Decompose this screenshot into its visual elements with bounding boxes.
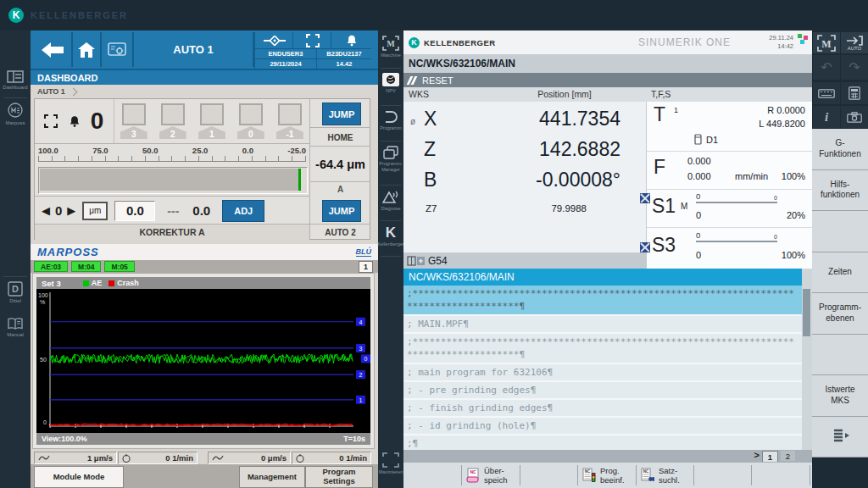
vertical-softkey[interactable]: G- Funktionen bbox=[812, 129, 868, 170]
program-editor: ;***************************************… bbox=[403, 286, 802, 450]
spindle-max: 0 bbox=[774, 234, 777, 240]
program-line[interactable]: ; MAIN.MPF¶ bbox=[403, 316, 802, 332]
vertical-softkey[interactable] bbox=[812, 211, 868, 252]
tool-edge: D1 bbox=[706, 135, 718, 145]
nav-item-maschine[interactable]: M Maschine bbox=[378, 36, 403, 58]
position-marker[interactable]: -1 bbox=[276, 103, 303, 139]
feed-label: F bbox=[654, 156, 665, 179]
sidebar-item-dashboard[interactable]: Dashboard bbox=[0, 66, 31, 95]
position-marker[interactable]: 3 bbox=[120, 103, 147, 139]
nav-item-kellenberger[interactable]: K Kellenberger bbox=[378, 225, 403, 247]
home-label: HOME bbox=[310, 127, 370, 147]
pager-page-2[interactable]: 2 bbox=[781, 451, 795, 461]
gauge-right-column: JUMP HOME -64.4 μm A JUMP AUTO 2 bbox=[309, 99, 370, 239]
step-increase-button[interactable]: ▶ bbox=[67, 205, 75, 216]
kellenberger-k-icon: K bbox=[386, 225, 396, 240]
nav-item-programm[interactable]: Programm bbox=[378, 110, 403, 131]
ueberspeichern-softkey[interactable]: NC Über- speich bbox=[466, 463, 507, 487]
svg-text:M: M bbox=[387, 39, 395, 48]
jump-home-button[interactable]: JUMP bbox=[322, 103, 361, 125]
position-marker[interactable]: 1 bbox=[198, 103, 225, 139]
softkey-label: Über- speich bbox=[484, 466, 507, 485]
marker-tag: 1 bbox=[198, 126, 225, 139]
spindle-disabled-icon bbox=[640, 242, 650, 252]
chart-page-tab[interactable]: 1 bbox=[359, 261, 373, 273]
satzsuchlauf-softkey[interactable]: NC Satz- suchl. bbox=[641, 463, 680, 487]
legend-crash-label: Crash bbox=[117, 279, 139, 287]
program-line[interactable]: ;***************************************… bbox=[403, 286, 802, 314]
prog-beeinflussung-softkey[interactable]: NC Prog. beeinf. bbox=[582, 463, 625, 487]
sidebar-item-manual[interactable]: Manual bbox=[0, 312, 31, 344]
jump-auto2-button[interactable]: JUMP bbox=[322, 200, 361, 222]
keyboard-button[interactable] bbox=[813, 82, 840, 104]
program-line[interactable]: ; main program for 632106¶ bbox=[403, 364, 802, 380]
tool-radius: R 0.0000 bbox=[767, 105, 805, 115]
undo-button[interactable]: ↶ bbox=[813, 55, 840, 80]
sidebar-item-dittel[interactable]: D Dittel bbox=[0, 279, 31, 308]
tool-label: T bbox=[654, 103, 665, 126]
pager-arrow[interactable]: > bbox=[754, 450, 760, 460]
feed-actual: 0.000 bbox=[687, 156, 711, 166]
measure-bar-target bbox=[298, 169, 301, 191]
vertical-softkey[interactable]: Istwerte MKS bbox=[812, 375, 868, 417]
management-button[interactable]: Management bbox=[239, 466, 305, 488]
diagnose-icon bbox=[382, 190, 399, 204]
infeed-rate-meter-2: 0 μm/s bbox=[208, 452, 291, 464]
program-line[interactable]: ; - pre grinding edges¶ bbox=[403, 382, 802, 398]
redo-button[interactable]: ↷ bbox=[841, 55, 868, 80]
position-marker[interactable]: 2 bbox=[159, 103, 186, 139]
scale-ruler bbox=[38, 156, 306, 162]
axis-row-z7: Z7 79.9988 bbox=[403, 198, 646, 227]
machine-area-icon: M bbox=[817, 35, 836, 52]
spindle-load-bar bbox=[696, 241, 777, 242]
nav-item-programm-manager[interactable]: Programm- Manager bbox=[378, 146, 403, 173]
info-button[interactable]: i bbox=[813, 106, 840, 128]
unit-button[interactable]: μm bbox=[82, 202, 108, 220]
calculator-button[interactable] bbox=[841, 82, 868, 104]
svg-text:4: 4 bbox=[359, 319, 363, 325]
position-marker[interactable]: 0 bbox=[237, 103, 264, 139]
adj-button[interactable]: ADJ bbox=[222, 200, 264, 222]
sensor-status-badge: M:05 bbox=[104, 261, 134, 272]
dial-icon bbox=[296, 454, 304, 463]
scrollbar-thumb[interactable] bbox=[803, 289, 810, 336]
sidebar-item-marposs[interactable]: Marposs bbox=[0, 100, 31, 129]
auto-mode-button[interactable]: AUTO bbox=[841, 32, 868, 53]
settings-button[interactable] bbox=[102, 32, 134, 67]
module-mode-button[interactable]: Module Mode bbox=[34, 466, 124, 488]
screenshot-button[interactable] bbox=[841, 106, 868, 128]
offset-input[interactable]: 0.0 bbox=[114, 201, 155, 221]
tool-length: L 449.8200 bbox=[759, 119, 805, 129]
program-line[interactable]: ;¶ bbox=[403, 435, 802, 450]
back-button[interactable] bbox=[34, 32, 73, 67]
program-settings-button[interactable]: Program Settings bbox=[305, 466, 373, 488]
program-line[interactable]: ; - id grinding (hole)¶ bbox=[403, 418, 802, 434]
vertical-softkey[interactable] bbox=[812, 335, 868, 376]
step-decrease-button[interactable]: ◀ bbox=[42, 205, 50, 216]
measure-bar bbox=[38, 167, 308, 194]
cycle-button[interactable] bbox=[292, 32, 331, 48]
chart-header: Set 3 AE Crash bbox=[36, 277, 370, 289]
home-button[interactable] bbox=[73, 32, 102, 67]
vertical-softkey[interactable]: Programm- ebenen bbox=[812, 293, 868, 335]
more-softkeys-icon[interactable] bbox=[831, 427, 851, 444]
vertical-softkey[interactable]: Zeiten bbox=[812, 252, 868, 294]
legend-ae-label: AE bbox=[92, 279, 103, 287]
date-text: 29.11.24 bbox=[769, 34, 793, 42]
program-line-text: ;***************************************… bbox=[407, 288, 794, 312]
breadcrumb-text: AUTO 1 bbox=[37, 87, 65, 96]
program-scrollbar[interactable] bbox=[802, 269, 812, 450]
nav-item-maximieren[interactable]: Maximieren bbox=[378, 452, 403, 475]
cycle-icon bbox=[306, 34, 320, 47]
cycle-icon bbox=[44, 114, 58, 128]
nav-item-npv[interactable]: NPV bbox=[378, 73, 403, 94]
pager-page-1[interactable]: 1 bbox=[762, 451, 778, 463]
program-line[interactable]: ;***************************************… bbox=[403, 334, 802, 363]
nav-item-diagnose[interactable]: Diagnose bbox=[378, 190, 403, 212]
vertical-softkey[interactable]: Hilfs- funktionen bbox=[812, 170, 868, 212]
spindle-max: 0 bbox=[774, 195, 777, 201]
alarm-button[interactable] bbox=[331, 32, 371, 48]
program-line[interactable]: ; - finish grinding edges¶ bbox=[403, 400, 802, 416]
machine-area-button[interactable]: M bbox=[813, 32, 840, 53]
part-status-button[interactable] bbox=[254, 32, 293, 48]
